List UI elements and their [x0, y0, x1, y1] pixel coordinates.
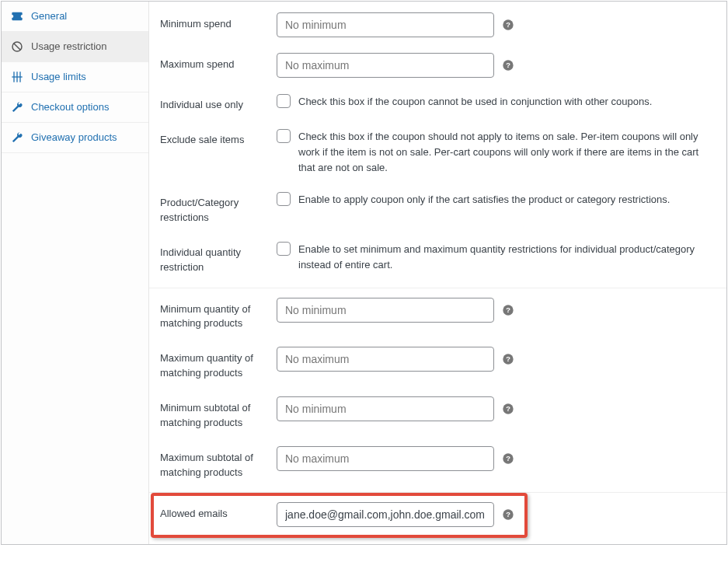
- allowed-emails-input[interactable]: [277, 502, 494, 527]
- row-individual-qty-restriction: Individual quantity restriction Enable t…: [149, 233, 726, 283]
- tab-giveaway-products[interactable]: Giveaway products: [2, 123, 148, 153]
- individual-qty-restriction-checkbox[interactable]: [277, 242, 291, 256]
- tab-general[interactable]: General: [2, 2, 148, 32]
- tab-checkout-options[interactable]: Checkout options: [2, 93, 148, 123]
- row-product-category-restrictions: Product/Category restrictions Enable to …: [149, 183, 726, 233]
- label-individual-qty-restriction: Individual quantity restriction: [160, 241, 277, 275]
- tab-label: General: [31, 10, 67, 23]
- individual-use-checkbox[interactable]: [277, 94, 291, 108]
- svg-text:?: ?: [506, 511, 510, 519]
- help-icon[interactable]: ?: [502, 508, 514, 521]
- wrench-icon: [11, 101, 23, 113]
- help-icon[interactable]: ?: [502, 403, 514, 415]
- row-allowed-emails: Allowed emails ?: [149, 494, 726, 536]
- label-max-subtotal: Maximum subtotal of matching products: [160, 446, 277, 480]
- block-icon: [11, 40, 23, 53]
- minimum-spend-input[interactable]: [277, 12, 494, 37]
- row-max-qty: Maximum quantity of matching products ?: [149, 339, 726, 389]
- maximum-spend-input[interactable]: [277, 53, 494, 78]
- help-icon[interactable]: ?: [502, 353, 514, 365]
- svg-text:?: ?: [506, 306, 510, 314]
- sliders-icon: [11, 71, 23, 83]
- row-individual-use: Individual use only Check this box if th…: [149, 86, 726, 120]
- help-icon[interactable]: ?: [502, 452, 514, 465]
- row-min-subtotal: Minimum subtotal of matching products ?: [149, 389, 726, 438]
- label-minimum-spend: Minimum spend: [160, 12, 277, 32]
- label-product-category-restrictions: Product/Category restrictions: [160, 191, 277, 225]
- label-min-qty: Minimum quantity of matching products: [160, 298, 277, 332]
- min-qty-input[interactable]: [277, 298, 494, 323]
- label-max-qty: Maximum quantity of matching products: [160, 347, 277, 381]
- row-min-qty: Minimum quantity of matching products ?: [149, 290, 726, 340]
- svg-text:?: ?: [506, 61, 510, 69]
- tab-usage-limits[interactable]: Usage limits: [2, 62, 148, 93]
- tab-label: Usage limits: [31, 71, 86, 83]
- svg-line-1: [14, 44, 21, 51]
- tabs-sidebar: General Usage restriction Usage limits C…: [2, 2, 149, 544]
- row-max-subtotal: Maximum subtotal of matching products ?: [149, 438, 726, 488]
- svg-text:?: ?: [506, 21, 510, 29]
- usage-restriction-panel: Minimum spend ? Maximum spend ? Individu…: [149, 2, 726, 544]
- section-divider: [149, 492, 726, 493]
- individual-qty-restriction-description: Enable to set minimum and maximum quanti…: [298, 241, 712, 273]
- section-divider: [149, 288, 726, 288]
- product-category-restrictions-checkbox[interactable]: [277, 192, 291, 206]
- row-minimum-spend: Minimum spend ?: [149, 5, 726, 45]
- max-subtotal-input[interactable]: [277, 446, 494, 471]
- exclude-sale-description: Check this box if the coupon should not …: [298, 128, 712, 176]
- label-maximum-spend: Maximum spend: [160, 53, 277, 72]
- exclude-sale-checkbox[interactable]: [277, 129, 291, 143]
- tab-label: Giveaway products: [31, 131, 117, 144]
- tab-label: Usage restriction: [31, 40, 107, 53]
- tab-label: Checkout options: [31, 101, 109, 113]
- help-icon[interactable]: ?: [502, 304, 514, 316]
- help-icon[interactable]: ?: [502, 19, 514, 31]
- product-category-restrictions-description: Enable to apply coupon only if the cart …: [298, 191, 670, 208]
- tab-usage-restriction[interactable]: Usage restriction: [2, 32, 148, 62]
- svg-text:?: ?: [506, 455, 510, 463]
- svg-text:?: ?: [506, 405, 510, 413]
- coupon-data-panel: General Usage restriction Usage limits C…: [1, 1, 727, 545]
- ticket-icon: [11, 10, 23, 23]
- label-min-subtotal: Minimum subtotal of matching products: [160, 396, 277, 431]
- min-subtotal-input[interactable]: [277, 396, 494, 421]
- row-maximum-spend: Maximum spend ?: [149, 45, 726, 86]
- label-individual-use: Individual use only: [160, 93, 277, 113]
- help-icon[interactable]: ?: [502, 59, 514, 72]
- row-exclude-sale: Exclude sale items Check this box if the…: [149, 120, 726, 183]
- label-allowed-emails: Allowed emails: [160, 502, 277, 522]
- individual-use-description: Check this box if the coupon cannot be u…: [298, 93, 652, 110]
- svg-text:?: ?: [506, 356, 510, 364]
- label-exclude-sale: Exclude sale items: [160, 128, 277, 148]
- max-qty-input[interactable]: [277, 347, 494, 372]
- wrench-icon: [11, 131, 23, 144]
